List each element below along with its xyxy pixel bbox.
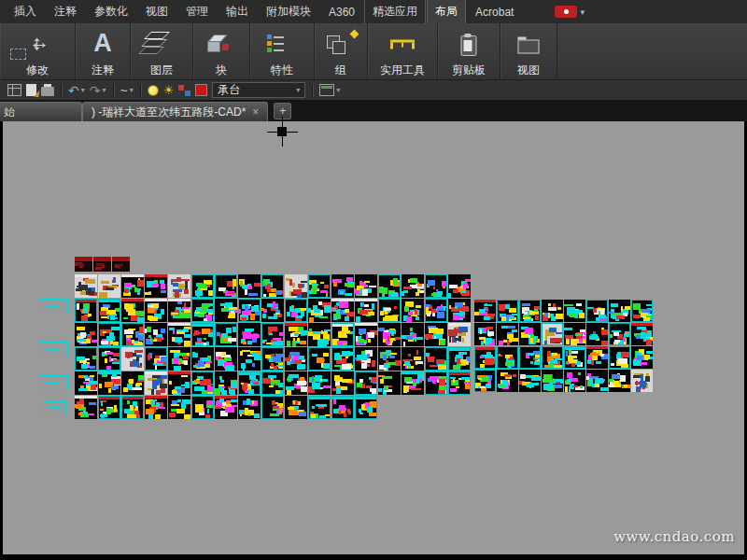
drawing-thumbnail[interactable] [355,347,377,371]
drawing-thumbnail[interactable] [98,323,120,346]
drawing-thumbnail[interactable] [402,347,424,371]
drawing-thumbnail[interactable] [191,274,214,298]
drawing-thumbnail[interactable] [331,371,354,395]
drawing-thumbnail[interactable] [448,323,471,346]
drawing-thumbnail[interactable] [474,300,496,322]
drawing-thumbnail[interactable] [261,396,284,419]
drawing-thumbnail[interactable] [331,396,354,419]
drawing-thumbnail[interactable] [285,299,307,322]
layer-freeze-button[interactable]: ☀ [163,84,175,96]
ribbon-panel-properties[interactable]: 特性 [250,23,315,79]
drawing-thumbnail[interactable] [215,347,237,371]
drawing-thumbnail[interactable] [168,274,190,298]
ribbon-panel-layers[interactable]: 图层 [131,23,193,79]
ribbon-panel-utilities[interactable]: 实用工具 [368,23,438,79]
drawing-thumbnail[interactable] [497,300,518,322]
drawing-thumbnail[interactable] [145,299,167,322]
drawing-thumbnail[interactable] [191,323,214,346]
drawing-thumbnail[interactable] [378,371,401,395]
drawing-thumbnail[interactable] [355,299,377,322]
drawing-thumbnail[interactable] [215,274,237,298]
drawing-thumbnail[interactable] [331,299,354,322]
drawing-thumbnail[interactable] [98,396,120,419]
drawing-thumbnail[interactable] [564,300,585,322]
drawing-thumbnail[interactable] [98,347,120,371]
drawing-thumbnail[interactable] [168,371,190,395]
drawing-thumbnail[interactable] [145,396,167,419]
drawing-thumbnail[interactable] [378,323,401,346]
drawing-thumbnail[interactable] [121,396,144,419]
drawing-thumbnail[interactable] [402,371,424,395]
drawing-thumbnail[interactable] [631,323,653,345]
drawing-thumbnail[interactable] [402,299,424,322]
drawing-thumbnail[interactable] [121,323,144,346]
ribbon-panel-clipboard[interactable]: 剪贴板 [438,23,500,79]
drawing-thumbnail[interactable] [497,370,518,392]
menu-tab-insert[interactable]: 插入 [6,0,45,24]
drawing-thumbnail[interactable] [448,274,471,298]
drawing-thumbnail[interactable] [285,371,307,395]
drawing-thumbnail[interactable] [425,347,447,371]
drawing-thumbnail[interactable] [378,299,401,322]
drawing-thumbnail[interactable] [238,299,261,322]
drawing-thumbnail[interactable] [75,274,97,298]
drawing-thumbnail[interactable] [586,300,608,322]
drawing-thumbnail[interactable] [542,323,563,345]
drawing-thumbnail[interactable] [238,396,261,419]
drawing-thumbnail[interactable] [586,346,608,369]
mini-cell[interactable] [75,257,92,272]
drawing-thumbnail[interactable] [331,323,354,346]
ribbon-panel-block[interactable]: 块 [193,23,250,79]
drawing-thumbnail[interactable] [121,299,144,322]
viewport-display-button[interactable]: ▾ [319,84,340,96]
drawing-thumbnail[interactable] [331,274,354,298]
menu-tab-featured-apps[interactable]: 精选应用 [364,0,426,24]
drawing-thumbnail[interactable] [261,274,284,298]
drawing-canvas[interactable]: www.cndao.com [0,121,747,560]
callout-box[interactable] [38,299,68,314]
layer-transfer-button[interactable] [178,85,190,96]
drawing-thumbnail[interactable] [191,347,214,371]
edit-sheet-button[interactable] [26,84,36,96]
drawing-thumbnail[interactable] [121,371,144,395]
menu-tab-view[interactable]: 视图 [137,0,176,24]
drawing-thumbnail[interactable] [191,371,214,395]
drawing-thumbnail[interactable] [631,370,653,392]
ribbon-panel-group[interactable]: 组 [315,23,368,79]
menu-tab-acrobat[interactable]: Acrobat [467,1,522,23]
drawing-thumbnail[interactable] [168,323,190,346]
drawing-thumbnail[interactable] [75,323,97,346]
drawing-thumbnail[interactable] [448,371,471,395]
drawing-thumbnail[interactable] [98,299,120,322]
drawing-thumbnail[interactable] [586,370,608,392]
drawing-thumbnail[interactable] [474,370,496,392]
drawing-thumbnail[interactable] [308,371,331,395]
drawing-thumbnail[interactable] [355,371,377,395]
drawing-thumbnail[interactable] [75,347,97,371]
drawing-thumbnail[interactable] [285,323,307,346]
drawing-thumbnail[interactable] [542,300,563,322]
menu-tab-parametric[interactable]: 参数化 [86,0,136,24]
drawing-thumbnail[interactable] [121,347,144,371]
drawing-thumbnail[interactable] [331,347,354,371]
drawing-thumbnail[interactable] [425,323,447,346]
layer-on-off-button[interactable] [148,85,159,96]
drawing-thumbnail[interactable] [474,346,496,369]
drawing-thumbnail[interactable] [261,323,284,346]
drawing-thumbnail[interactable] [238,347,261,371]
drawing-thumbnail[interactable] [519,300,541,322]
drawing-thumbnail[interactable] [215,299,237,322]
menu-tab-manage[interactable]: 管理 [177,0,217,24]
menu-tab-addins[interactable]: 附加模块 [258,0,319,24]
drawing-thumbnail[interactable] [145,323,167,346]
ribbon-panel-modify[interactable]: ↔↕修改 [0,23,76,79]
drawing-thumbnail[interactable] [542,346,563,369]
drawing-thumbnail[interactable] [308,323,331,346]
drawing-thumbnail[interactable] [145,347,167,371]
print-button[interactable] [41,85,54,96]
drawing-thumbnail[interactable] [609,323,630,345]
drawing-thumbnail[interactable] [355,323,377,346]
drawing-thumbnail[interactable] [355,396,377,419]
drawing-thumbnail[interactable] [238,371,261,395]
menu-tab-layout[interactable]: 布局 [427,0,466,24]
